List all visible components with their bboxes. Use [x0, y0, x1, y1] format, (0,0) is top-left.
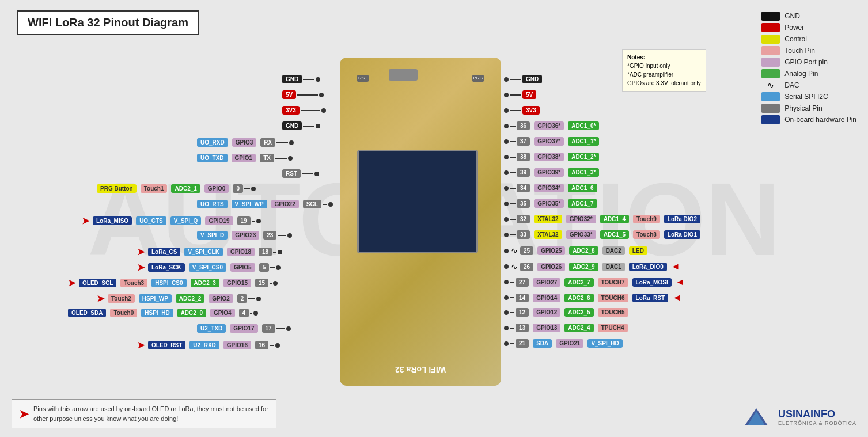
pin-line — [303, 126, 314, 127]
pin-right-37: 37 GPIO37* ADC1_1* — [504, 137, 599, 146]
pin-dot — [289, 140, 294, 145]
pin-26-num: 26 — [520, 263, 533, 271]
pin-gpio39: GPIO39* — [534, 168, 564, 177]
pin-line-r — [510, 157, 516, 158]
pin-line — [244, 188, 250, 189]
pin-line-r — [510, 126, 516, 127]
pin-gpio38: GPIO38* — [534, 153, 564, 161]
pin-dot — [287, 233, 292, 238]
pin-gpio17: GPIO17 — [230, 324, 257, 333]
pin-gpio34: GPIO34* — [534, 184, 564, 192]
arrow-lora-dio0-icon: ◄ — [671, 261, 680, 272]
pin-right-39: 39 GPIO39* ADC1_3* — [504, 168, 599, 177]
pin-gpio4: GPIO4 — [210, 309, 235, 317]
pin-line — [301, 110, 320, 111]
pin-touch2: Touch2 — [108, 294, 135, 303]
pin-sda: SDA — [533, 339, 552, 348]
pin-touch1: Touch1 — [141, 184, 168, 193]
pin-17: 17 — [262, 324, 275, 333]
pin-adc16: ADC1_6 — [568, 184, 597, 192]
pin-gpio1: GPIO1 — [232, 154, 256, 162]
pin-adc11: ADC1_1* — [568, 137, 599, 146]
pin-gpio18: GPIO18 — [227, 248, 255, 256]
pin-right-33: 33 XTAL32 GPIO33* ADC1_5 Touch8 LoRa DIO… — [504, 230, 700, 239]
pin-dot-r — [504, 139, 509, 144]
pin-gpio35: GPIO35* — [534, 199, 564, 208]
pin-3v3-r-label: 3V3 — [522, 106, 540, 115]
pin-dac2: DAC2 — [602, 246, 625, 255]
pin-line — [252, 221, 255, 222]
pin-34-num: 34 — [517, 184, 530, 192]
arrow-lora-cs-icon: ➤ — [137, 246, 145, 257]
pin-adc10: ADC1_0* — [568, 121, 599, 130]
pin-line-r — [510, 94, 521, 96]
pin-touch3: Touch3 — [120, 279, 147, 287]
pin-line-r — [510, 234, 516, 235]
legend: GND Power Control Touch Pin GPIO Port pi… — [761, 12, 856, 124]
pin-left-rx: UO_RXD GPIO3 RX — [197, 138, 294, 147]
pin-adc28: ADC2_8 — [569, 246, 598, 255]
pin-adc13: ADC1_3* — [568, 168, 599, 177]
dac-wave-icon-26: ∿ — [511, 262, 518, 272]
pin-vspiwp: V_SPI_WP — [232, 200, 267, 208]
pin-right-12: 12 GPIO12 ADC2_5 TOUCH5 — [504, 308, 628, 317]
pin-left-scl: UO_RTS V_SPI_WP GPIO22 SCL — [197, 200, 333, 208]
arrow-lora-sck-icon: ➤ — [137, 262, 145, 273]
board-usb-connector — [389, 69, 418, 81]
pin-left-lora-cs: ➤ LoRa_CS V_SPI_CLK GPIO18 18 — [137, 246, 282, 257]
pin-lora-mosi: LoRa_MOSI — [632, 278, 672, 287]
pin-right-13: 13 GPIO13 ADC2_4 TPUCH4 — [504, 324, 628, 332]
pin-right-27: 27 GPIO27 ADC2_7 TOUCH7 LoRa_MOSI ◄ — [504, 277, 685, 287]
legend-color-analog — [761, 69, 780, 78]
pin-line — [276, 142, 288, 143]
pin-xtal32a: XTAL32 — [534, 215, 562, 223]
pin-23: 23 — [263, 231, 276, 240]
board-oled-screen — [357, 150, 478, 253]
pin-scl: SCL — [303, 200, 321, 208]
pin-right-38: 38 GPIO38* ADC1_2* — [504, 153, 599, 161]
pin-left-gpio23: V_SPI_D GPIO23 23 — [197, 231, 292, 240]
pin-left-3v3: 3V3 — [282, 106, 326, 115]
pin-5v-r-label: 5V — [522, 90, 536, 99]
pin-13-num: 13 — [516, 324, 529, 332]
pin-line-r — [510, 312, 514, 313]
pin-line — [248, 298, 255, 299]
pin-left-prg: PRG Button Touch1 ADC2_1 GPIO0 0 — [97, 184, 256, 193]
pin-right-21: 21 SDA GPIO21 V_SPI_HD — [504, 339, 623, 348]
board-inner: RST PRG WIFI LoRa 32 — [340, 58, 501, 386]
pin-hspics0: HSPI_CS0 — [151, 279, 186, 287]
pin-hspihd: HSPI_HD — [141, 309, 173, 317]
pin-oled-rst: OLED_RST — [148, 341, 185, 349]
arrow-lora-mosi-icon: ◄ — [676, 277, 685, 287]
pin-adc15: ADC1_5 — [600, 230, 629, 239]
pin-18: 18 — [259, 248, 272, 256]
pin-left-rst: RST — [282, 169, 319, 178]
legend-color-spi — [761, 92, 780, 101]
pin-gpio27: GPIO27 — [533, 278, 560, 287]
pin-39-num: 39 — [517, 168, 530, 177]
pin-gpio33: GPIO33* — [566, 230, 596, 239]
pin-adc17: ADC1_7 — [568, 199, 597, 208]
pin-uocts: UO_CTS — [136, 216, 166, 225]
pin-gpio16: GPIO16 — [223, 341, 251, 349]
pin-4: 4 — [239, 309, 249, 317]
pin-left-touch2: ➤ Touch2 HSPI_WP ADC2_2 GPIO2 2 — [97, 293, 261, 304]
pin-dot — [275, 343, 280, 348]
legend-color-gpio — [761, 58, 780, 67]
legend-touch: Touch Pin — [761, 46, 856, 55]
pin-12-num: 12 — [516, 308, 529, 317]
legend-label-gpio: GPIO Port pin — [784, 58, 828, 66]
note-line-2: *ADC preamplifier — [627, 70, 701, 79]
pin-dot-r — [504, 249, 509, 253]
pin-adc14: ADC1_4 — [600, 215, 629, 223]
dac-wave-icon-25: ∿ — [511, 246, 518, 256]
pin-line — [297, 94, 318, 96]
legend-label-power: Power — [784, 24, 804, 32]
pin-lora-dio2: LoRa DIO2 — [664, 215, 700, 223]
pin-right-5v: 5V — [504, 90, 536, 99]
pin-line — [270, 283, 272, 284]
pin-line-r — [510, 188, 516, 189]
pin-dot-r — [504, 93, 509, 97]
notes-box: Notes: *GPIO input only *ADC preamplifie… — [622, 49, 706, 92]
pin-xtal32b: XTAL32 — [534, 230, 562, 239]
